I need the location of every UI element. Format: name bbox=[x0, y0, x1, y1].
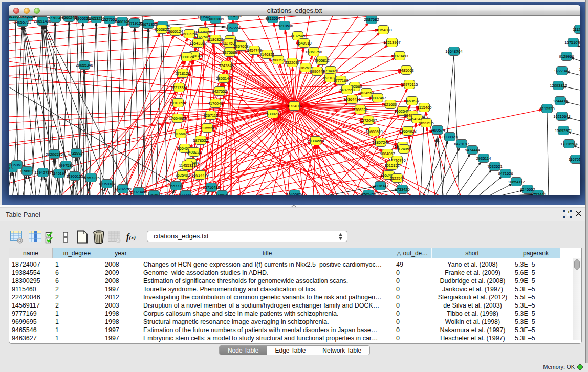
svg-text:4170041: 4170041 bbox=[208, 101, 223, 106]
svg-text:8938923: 8938923 bbox=[442, 135, 457, 139]
svg-text:9699695: 9699695 bbox=[419, 121, 433, 125]
svg-text:17957225: 17957225 bbox=[82, 176, 99, 180]
svg-text:17016504: 17016504 bbox=[560, 142, 577, 146]
svg-text:8471626: 8471626 bbox=[498, 171, 513, 176]
svg-text:8124055: 8124055 bbox=[396, 147, 411, 151]
svg-text:9084067: 9084067 bbox=[380, 151, 395, 156]
svg-text:1145194: 1145194 bbox=[52, 171, 67, 176]
svg-text:15724298: 15724298 bbox=[225, 16, 242, 18]
svg-text:20206536: 20206536 bbox=[46, 152, 62, 157]
svg-text:1409574: 1409574 bbox=[430, 128, 445, 133]
svg-text:10958187: 10958187 bbox=[98, 182, 115, 186]
svg-text:10107552: 10107552 bbox=[169, 101, 186, 105]
svg-text:8350612: 8350612 bbox=[9, 163, 24, 167]
svg-text:2935114: 2935114 bbox=[476, 156, 491, 161]
svg-text:7357224: 7357224 bbox=[225, 26, 240, 30]
svg-text:9245652: 9245652 bbox=[520, 187, 535, 192]
svg-text:7955812: 7955812 bbox=[314, 58, 329, 63]
svg-text:8215955: 8215955 bbox=[539, 106, 554, 111]
svg-text:9146821: 9146821 bbox=[259, 52, 274, 57]
svg-text:19384554: 19384554 bbox=[307, 139, 324, 143]
svg-text:621600: 621600 bbox=[384, 102, 397, 107]
svg-text:15720407: 15720407 bbox=[360, 118, 377, 123]
svg-text:5878532: 5878532 bbox=[193, 138, 208, 143]
svg-text:8912954: 8912954 bbox=[182, 32, 197, 36]
svg-text:16210643: 16210643 bbox=[553, 114, 570, 119]
svg-text:10807467: 10807467 bbox=[369, 96, 386, 100]
svg-text:10405824: 10405824 bbox=[286, 192, 303, 196]
svg-text:25300233: 25300233 bbox=[264, 112, 281, 116]
svg-text:9227342: 9227342 bbox=[554, 69, 569, 73]
svg-text:8560248: 8560248 bbox=[61, 16, 76, 20]
svg-text:15751074: 15751074 bbox=[564, 40, 580, 45]
svg-text:14136141: 14136141 bbox=[372, 184, 388, 188]
svg-text:8640910: 8640910 bbox=[296, 41, 311, 46]
svg-text:2803144: 2803144 bbox=[216, 76, 231, 81]
svg-text:3375685: 3375685 bbox=[222, 50, 237, 55]
svg-text:12975115: 12975115 bbox=[401, 82, 418, 87]
svg-text:7485063: 7485063 bbox=[399, 68, 413, 73]
svg-text:15716485: 15716485 bbox=[203, 185, 220, 190]
svg-text:10688609: 10688609 bbox=[365, 129, 382, 134]
svg-text:18807249: 18807249 bbox=[372, 140, 389, 145]
svg-text:7663822: 7663822 bbox=[154, 27, 169, 32]
svg-text:12213967: 12213967 bbox=[383, 40, 400, 45]
svg-text:2087682: 2087682 bbox=[364, 17, 379, 22]
svg-text:12905135: 12905135 bbox=[66, 174, 83, 179]
svg-text:19166829: 19166829 bbox=[172, 132, 189, 136]
svg-text:9752441: 9752441 bbox=[531, 192, 546, 196]
svg-text:1112307: 1112307 bbox=[573, 27, 580, 32]
svg-text:17359924: 17359924 bbox=[68, 151, 84, 156]
svg-text:18724007: 18724007 bbox=[286, 104, 302, 108]
svg-text:16033809: 16033809 bbox=[207, 17, 224, 21]
svg-text:9242848: 9242848 bbox=[219, 63, 233, 68]
svg-text:12942737: 12942737 bbox=[34, 170, 51, 175]
svg-text:9463627: 9463627 bbox=[404, 99, 419, 103]
svg-text:3267110: 3267110 bbox=[204, 113, 219, 118]
svg-text:15692971: 15692971 bbox=[555, 128, 572, 133]
svg-text:16154808: 16154808 bbox=[375, 28, 391, 32]
svg-text:16961758: 16961758 bbox=[305, 50, 322, 54]
svg-text:8427552: 8427552 bbox=[212, 89, 227, 94]
svg-text:1135554: 1135554 bbox=[200, 126, 215, 130]
svg-text:8660124: 8660124 bbox=[168, 29, 183, 34]
svg-text:10923468: 10923468 bbox=[130, 190, 147, 194]
svg-text:1588520: 1588520 bbox=[271, 58, 286, 62]
svg-text:9474444: 9474444 bbox=[465, 148, 480, 152]
svg-text:8498222: 8498222 bbox=[186, 150, 201, 155]
svg-text:1733426: 1733426 bbox=[395, 187, 409, 192]
svg-text:7625402: 7625402 bbox=[175, 173, 190, 178]
svg-text:1132545: 1132545 bbox=[291, 34, 306, 38]
svg-text:8990448: 8990448 bbox=[310, 69, 324, 74]
svg-text:16914479: 16914479 bbox=[191, 173, 208, 178]
svg-text:8813054: 8813054 bbox=[265, 16, 280, 21]
svg-text:2367608: 2367608 bbox=[233, 44, 248, 49]
svg-text:1156829: 1156829 bbox=[20, 169, 35, 173]
svg-text:20364436: 20364436 bbox=[343, 97, 360, 102]
svg-text:10654112: 10654112 bbox=[508, 180, 525, 184]
svg-text:9115460: 9115460 bbox=[417, 105, 432, 110]
svg-text:1462913: 1462913 bbox=[579, 67, 580, 72]
svg-text:2751397: 2751397 bbox=[579, 156, 580, 160]
svg-text:7386322: 7386322 bbox=[353, 107, 367, 112]
svg-text:9890124: 9890124 bbox=[179, 55, 194, 59]
svg-text:6794028: 6794028 bbox=[323, 69, 338, 73]
svg-text:1244415: 1244415 bbox=[553, 99, 568, 103]
svg-text:8765420: 8765420 bbox=[361, 192, 376, 196]
svg-text:10973493: 10973493 bbox=[391, 54, 408, 58]
svg-text:9129966: 9129966 bbox=[559, 54, 574, 59]
svg-text:11455321: 11455321 bbox=[179, 163, 196, 168]
svg-text:9727491: 9727491 bbox=[579, 40, 580, 45]
svg-text:14055721: 14055721 bbox=[14, 20, 31, 25]
svg-text:2522544: 2522544 bbox=[389, 176, 404, 181]
svg-text:8322037: 8322037 bbox=[285, 60, 299, 65]
svg-text:9777169: 9777169 bbox=[333, 78, 348, 83]
svg-text:16648764: 16648764 bbox=[445, 49, 462, 54]
svg-text:9657771: 9657771 bbox=[168, 184, 183, 188]
svg-text:9245012: 9245012 bbox=[214, 193, 229, 196]
svg-text:12213382: 12213382 bbox=[170, 85, 187, 90]
svg-text:9242502: 9242502 bbox=[146, 193, 161, 196]
svg-text:1615152: 1615152 bbox=[384, 163, 399, 168]
svg-text:6479197: 6479197 bbox=[454, 142, 469, 146]
svg-text:9997586: 9997586 bbox=[58, 163, 73, 168]
